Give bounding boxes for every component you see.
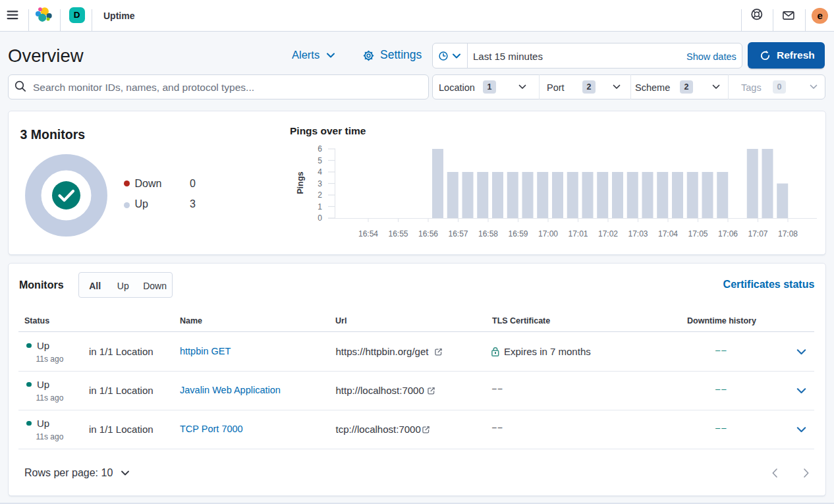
svg-text:16:54: 16:54	[358, 229, 378, 238]
svg-text:17:04: 17:04	[658, 229, 678, 238]
svg-text:16:55: 16:55	[388, 229, 408, 238]
svg-text:6: 6	[318, 144, 322, 154]
svg-text:16:58: 16:58	[478, 229, 498, 238]
svg-text:16:57: 16:57	[448, 229, 468, 238]
svg-text:4: 4	[318, 167, 322, 177]
svg-text:17:07: 17:07	[748, 229, 767, 238]
svg-text:5: 5	[318, 156, 322, 165]
svg-text:17:00: 17:00	[538, 229, 558, 238]
svg-text:17:02: 17:02	[598, 229, 618, 238]
svg-text:17:03: 17:03	[628, 229, 648, 238]
svg-text:17:08: 17:08	[778, 229, 798, 238]
svg-text:17:01: 17:01	[568, 229, 588, 238]
svg-text:3: 3	[318, 179, 322, 188]
svg-text:0: 0	[318, 213, 322, 223]
svg-text:16:59: 16:59	[508, 229, 528, 238]
svg-text:1: 1	[318, 202, 322, 211]
svg-text:17:05: 17:05	[688, 229, 708, 238]
svg-text:2: 2	[318, 190, 322, 200]
svg-text:17:06: 17:06	[718, 229, 738, 238]
svg-text:Pings: Pings	[296, 171, 305, 194]
svg-text:16:56: 16:56	[418, 229, 438, 238]
